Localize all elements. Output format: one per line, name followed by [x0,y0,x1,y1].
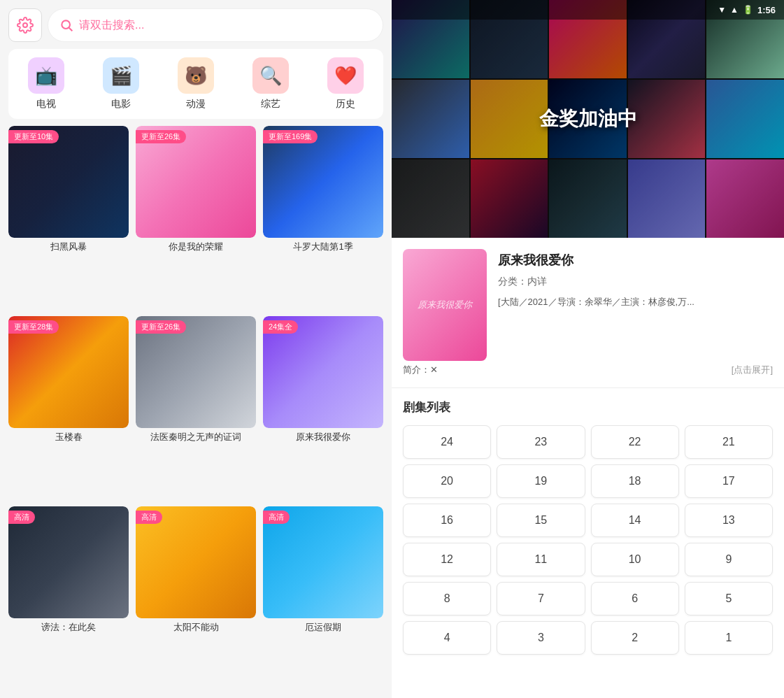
grid-title-6: 谤法：在此矣 [41,621,96,634]
poster-badge-3: 更新至28集 [8,320,59,334]
detail-desc: 简介：✕ [点击展开] [403,364,773,376]
episode-btn-15[interactable]: 15 [497,504,585,537]
grid-title-7: 太阳不能动 [173,621,219,634]
episode-btn-4[interactable]: 4 [403,621,491,655]
episode-btn-1[interactable]: 1 [685,621,773,655]
episode-btn-22[interactable]: 22 [591,425,679,459]
svg-point-1 [62,20,70,29]
poster-wrap-6: 高清 [8,506,129,618]
left-panel: 请双击搜索... 📺 电视 🎬 电影 🐻 动漫 🔍 综艺 ❤️ 历史 更新至10… [0,0,392,698]
nav-icon-tv: 📺 [28,57,64,94]
grid-title-5: 原来我很爱你 [296,431,350,443]
grid-title-0: 扫黑风暴 [50,241,87,253]
episode-btn-21[interactable]: 21 [685,425,773,459]
nav-categories: 📺 电视 🎬 电影 🐻 动漫 🔍 综艺 ❤️ 历史 [8,49,383,119]
nav-item-movie[interactable]: 🎬 电影 [103,57,139,111]
detail-expand-button[interactable]: [点击展开] [732,364,773,376]
poster-badge-5: 24集全 [263,320,298,334]
poster-wrap-5: 24集全 [263,316,383,428]
nav-icon-movie: 🎬 [103,57,139,94]
episode-btn-13[interactable]: 13 [685,504,773,537]
nav-label-anime: 动漫 [186,98,206,111]
content-grid: 更新至10集 扫黑风暴 更新至26集 你是我的荣耀 更新至169集 斗罗大陆第1… [8,126,383,690]
status-bar: ▼ ▲ 🔋 1:56 [392,0,784,20]
svg-point-0 [23,23,27,27]
episode-btn-3[interactable]: 3 [497,621,585,655]
episode-btn-9[interactable]: 9 [685,543,773,576]
poster-wrap-0: 更新至10集 [8,126,129,238]
detail-info: 原来我很爱你 分类：内详 [大陆／2021／导演：余翠华／主演：林彦俊,万... [498,249,773,361]
poster-badge-7: 高清 [136,511,162,524]
episode-list-title: 剧集列表 [403,399,773,415]
signal-icon: ▲ [730,5,739,15]
episode-btn-5[interactable]: 5 [685,582,773,615]
search-input[interactable]: 请双击搜索... [48,8,383,42]
grid-title-2: 斗罗大陆第1季 [293,241,352,253]
detail-poster-text: 原来我很爱你 [415,296,475,314]
grid-item-0[interactable]: 更新至10集 扫黑风暴 [8,126,129,309]
poster-wrap-3: 更新至28集 [8,316,129,428]
grid-item-5[interactable]: 24集全 原来我很爱你 [263,316,383,499]
nav-label-history: 历史 [336,98,355,111]
poster-wrap-2: 更新至169集 [263,126,383,238]
settings-button[interactable] [8,8,42,42]
search-icon [59,18,73,32]
nav-item-anime[interactable]: 🐻 动漫 [178,57,214,111]
episode-btn-16[interactable]: 16 [403,504,491,537]
grid-item-4[interactable]: 更新至26集 法医秦明之无声的证词 [136,316,256,499]
battery-icon: 🔋 [743,5,753,15]
poster-badge-0: 更新至10集 [8,130,59,143]
poster-badge-4: 更新至26集 [136,320,186,334]
episode-btn-6[interactable]: 6 [591,582,679,615]
grid-item-6[interactable]: 高清 谤法：在此矣 [8,506,129,690]
episode-btn-10[interactable]: 10 [591,543,679,576]
episode-btn-20[interactable]: 20 [403,464,491,498]
poster-badge-2: 更新至169集 [263,130,318,143]
grid-title-4: 法医秦明之无声的证词 [150,431,241,443]
hero-title: 金奖加油中 [539,106,637,132]
episode-btn-11[interactable]: 11 [497,543,585,576]
hero-banner: 金奖加油中 ▼ ▲ 🔋 1:56 [392,0,784,238]
episode-btn-14[interactable]: 14 [591,504,679,537]
right-panel: 金奖加油中 ▼ ▲ 🔋 1:56 原来我很爱你 原来我很爱你 分类：内详 [大陆… [392,0,784,698]
episode-btn-7[interactable]: 7 [497,582,585,615]
poster-wrap-7: 高清 [136,506,256,618]
detail-section: 原来我很爱你 原来我很爱你 分类：内详 [大陆／2021／导演：余翠华／主演：林… [392,238,784,388]
episode-btn-2[interactable]: 2 [591,621,679,655]
episode-btn-12[interactable]: 12 [403,543,491,576]
grid-item-3[interactable]: 更新至28集 玉楼春 [8,316,129,499]
grid-title-1: 你是我的荣耀 [169,241,223,253]
episode-btn-23[interactable]: 23 [497,425,585,459]
grid-item-8[interactable]: 高清 厄运假期 [263,506,383,690]
nav-label-movie: 电影 [111,98,131,111]
detail-meta: [大陆／2021／导演：余翠华／主演：林彦俊,万... [498,295,773,309]
episode-btn-17[interactable]: 17 [685,464,773,498]
search-placeholder-text: 请双击搜索... [79,18,144,33]
nav-item-variety[interactable]: 🔍 综艺 [252,57,289,111]
poster-badge-6: 高清 [8,511,35,524]
poster-wrap-8: 高清 [263,506,383,618]
episode-btn-19[interactable]: 19 [497,464,585,498]
nav-item-tv[interactable]: 📺 电视 [28,57,64,111]
wifi-icon: ▼ [718,5,726,15]
poster-badge-1: 更新至26集 [136,130,186,143]
grid-title-3: 玉楼春 [55,431,83,443]
detail-poster[interactable]: 原来我很爱你 [403,249,487,361]
nav-icon-anime: 🐻 [178,57,214,94]
status-time: 1:56 [757,5,776,15]
nav-icon-variety: 🔍 [252,57,289,94]
detail-top: 原来我很爱你 原来我很爱你 分类：内详 [大陆／2021／导演：余翠华／主演：林… [403,249,773,361]
episode-grid: 242322212019181716151413121110987654321 [403,425,773,655]
grid-item-2[interactable]: 更新至169集 斗罗大陆第1季 [263,126,383,309]
nav-item-history[interactable]: ❤️ 历史 [327,57,364,111]
detail-title: 原来我很爱你 [498,252,773,269]
grid-item-7[interactable]: 高清 太阳不能动 [136,506,256,690]
poster-wrap-4: 更新至26集 [136,316,256,428]
episode-btn-24[interactable]: 24 [403,425,491,459]
poster-wrap-1: 更新至26集 [136,126,256,238]
episode-btn-18[interactable]: 18 [591,464,679,498]
episode-btn-8[interactable]: 8 [403,582,491,615]
svg-line-2 [69,28,73,31]
grid-item-1[interactable]: 更新至26集 你是我的荣耀 [136,126,256,309]
grid-title-8: 厄运假期 [305,621,341,634]
